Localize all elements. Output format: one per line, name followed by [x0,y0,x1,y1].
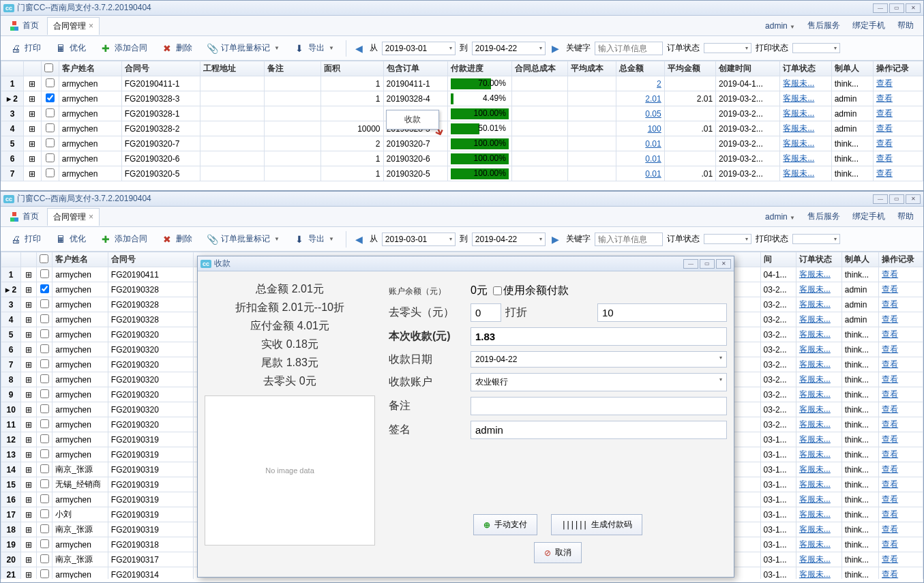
row-checkbox[interactable] [40,374,49,383]
batch-mark-button[interactable]: 📎订单批量标记▼ [201,230,284,248]
view-link[interactable]: 查看 [882,509,898,519]
view-link[interactable]: 查看 [882,314,898,324]
close-button[interactable]: ✕ [906,194,921,204]
col-header[interactable]: 间 [760,252,796,267]
view-link[interactable]: 查看 [882,389,898,399]
row-checkbox[interactable] [40,494,49,503]
date-to[interactable]: 2019-04-22▾ [472,233,546,246]
view-link[interactable]: 查看 [876,108,893,118]
view-link[interactable]: 查看 [882,344,898,354]
view-link[interactable]: 查看 [882,479,898,489]
delete-button[interactable]: ✖删除 [156,40,197,57]
date-picker[interactable]: 2019-04-22▾ [471,351,727,368]
date-to[interactable]: 2019-04-22▾ [472,42,546,55]
prev-button[interactable]: ◀ [353,42,366,55]
next-button[interactable]: ▶ [550,233,562,245]
row-checkbox[interactable] [46,108,55,117]
help-link[interactable]: 帮助 [897,211,914,222]
optimize-button[interactable]: 🖩优化 [50,230,91,248]
table-row[interactable]: 6 ⊞ armychenFG20190320-6 120190320-6 100… [1,151,923,166]
status-link[interactable]: 客服未... [783,123,814,133]
keyword-input[interactable] [595,233,663,246]
view-link[interactable]: 查看 [882,494,898,504]
status-link[interactable]: 客服未... [783,78,814,88]
close-icon[interactable]: × [89,212,93,222]
total-link[interactable]: 0.01 [645,139,661,149]
total-link[interactable]: 0.05 [645,109,661,119]
add-contract-button[interactable]: ✚添加合同 [95,230,152,248]
col-header[interactable]: 制单人 [831,61,873,76]
col-header[interactable]: 平均成本 [568,61,616,76]
status-link[interactable]: 客服未... [783,93,814,103]
col-header[interactable]: 订单状态 [796,252,841,267]
view-link[interactable]: 查看 [882,554,898,564]
status-link[interactable]: 客服未... [799,509,831,519]
note-input[interactable] [471,397,727,415]
row-checkbox[interactable] [40,359,49,368]
menu-collect[interactable]: 收款 [388,112,437,128]
status-select[interactable]: ▾ [704,234,751,244]
col-header[interactable]: 平均金额 [664,61,715,76]
maximize-button[interactable]: ▭ [889,3,904,13]
status-link[interactable]: 客服未... [783,108,814,118]
row-checkbox[interactable] [40,569,49,578]
status-link[interactable]: 客服未... [799,329,831,339]
tab-contract[interactable]: 合同管理× [47,17,100,35]
view-link[interactable]: 查看 [876,78,893,88]
col-header[interactable]: 面积 [321,61,383,76]
row-checkbox[interactable] [40,419,49,428]
table-row[interactable]: 7 ⊞ armychenFG20190320-5 120190320-5 100… [1,166,923,181]
view-link[interactable]: 查看 [876,123,893,133]
minimize-button[interactable]: — [683,259,698,269]
account-select[interactable]: 农业银行▾ [471,373,727,391]
print-status-select[interactable]: ▾ [792,234,840,244]
export-button[interactable]: ⬇导出▼ [288,40,339,57]
tab-home[interactable]: 首页 [5,17,44,34]
status-link[interactable]: 客服未... [799,434,831,444]
status-link[interactable]: 客服未... [799,359,831,369]
status-link[interactable]: 客服未... [799,494,831,504]
delete-button[interactable]: ✖删除 [156,230,197,248]
status-link[interactable]: 客服未... [799,419,831,429]
status-link[interactable]: 客服未... [799,479,831,489]
tab-contract[interactable]: 合同管理× [47,208,100,226]
col-header[interactable]: 订单状态 [780,61,831,76]
print-status-select[interactable]: ▾ [792,43,840,53]
row-checkbox[interactable] [40,389,49,398]
aftersale-link[interactable]: 售后服务 [807,211,840,222]
view-link[interactable]: 查看 [882,539,898,549]
view-link[interactable]: 查看 [882,284,898,294]
date-from[interactable]: 2019-03-01▾ [382,233,456,246]
total-link[interactable]: 2 [657,79,661,89]
row-checkbox[interactable] [40,269,49,278]
row-checkbox[interactable] [46,168,55,177]
row-checkbox[interactable] [40,449,49,458]
table-row[interactable]: 5 ⊞ armychenFG20190320-7 220190320-7 100… [1,136,923,151]
view-link[interactable]: 查看 [882,434,898,444]
view-link[interactable]: 查看 [882,524,898,534]
maximize-button[interactable]: ▭ [889,194,904,204]
generate-qr-button[interactable]: ||||||生成付款码 [551,514,642,535]
col-header[interactable] [41,61,59,76]
round-input[interactable] [471,303,501,322]
status-link[interactable]: 客服未... [799,299,831,309]
user-menu[interactable]: admin ▼ [765,21,795,31]
close-button[interactable]: ✕ [906,3,921,13]
print-button[interactable]: 🖨打印 [5,230,46,248]
total-link[interactable]: 100 [648,124,661,134]
date-from[interactable]: 2019-03-01▾ [382,42,456,55]
export-button[interactable]: ⬇导出▼ [288,230,339,248]
col-header[interactable]: 操作记录 [873,61,923,76]
col-header[interactable]: 付款进度 [447,61,511,76]
row-checkbox[interactable] [46,123,55,132]
total-link[interactable]: 0.01 [645,169,661,179]
row-checkbox[interactable] [40,554,49,563]
view-link[interactable]: 查看 [876,168,893,178]
col-header[interactable] [1,61,24,76]
print-button[interactable]: 🖨打印 [5,40,46,57]
status-link[interactable]: 客服未... [799,284,831,294]
bindphone-link[interactable]: 绑定手机 [852,20,885,31]
col-header[interactable]: 合同号 [121,61,200,76]
status-link[interactable]: 客服未... [783,168,814,178]
view-link[interactable]: 查看 [882,404,898,414]
